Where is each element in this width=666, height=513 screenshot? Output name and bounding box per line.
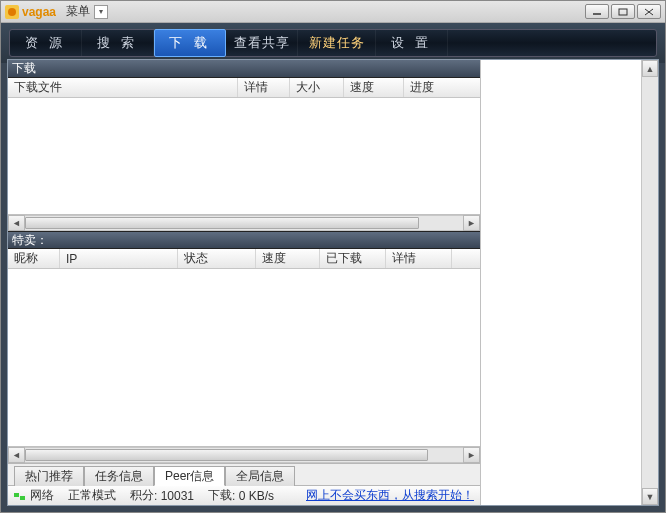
restore-button[interactable] [611,4,635,19]
scroll-right-icon[interactable]: ► [463,447,480,463]
tab-global-info[interactable]: 全局信息 [225,466,295,486]
scroll-up-icon[interactable]: ▲ [642,60,658,77]
tab-peer-info[interactable]: Peer信息 [154,466,225,486]
nav-download[interactable]: 下 载 [154,29,226,57]
menu-label[interactable]: 菜单 [66,3,90,20]
svg-rect-2 [619,9,627,15]
app-icon [5,5,19,19]
right-pane: ▲ ▼ [481,60,658,505]
scroll-left-icon[interactable]: ◄ [8,215,25,231]
upper-table-body [8,98,480,214]
col-detail[interactable]: 详情 [238,78,290,97]
lower-table-body [8,269,480,446]
nav-view-share[interactable]: 查看共享 [226,30,298,56]
lower-table-header: 昵称 IP 状态 速度 已下载 详情 [8,249,480,269]
col-ip[interactable]: IP [60,249,178,268]
special-section-title: 特卖： [8,231,480,249]
network-icon [14,491,26,501]
left-pane: 下载 下载文件 详情 大小 速度 进度 ◄ ► 特卖： [8,60,481,505]
promo-link[interactable]: 网上不会买东西，从搜索开始！ [306,487,474,504]
titlebar: vagaa 菜单 ▾ [1,1,665,23]
status-mode: 正常模式 [68,487,116,504]
lower-hscroll[interactable]: ◄ ► [8,446,480,463]
status-network-label: 网络 [30,487,54,504]
minimize-button[interactable] [585,4,609,19]
svg-rect-6 [20,496,25,500]
tab-hot[interactable]: 热门推荐 [14,466,84,486]
app-window: vagaa 菜单 ▾ 资 源 搜 索 下 载 查看共享 新建任务 设 置 下载 [0,0,666,513]
col-status[interactable]: 状态 [178,249,256,268]
content: 下载 下载文件 详情 大小 速度 进度 ◄ ► 特卖： [7,59,659,506]
scroll-thumb[interactable] [25,449,428,461]
nav-new-task[interactable]: 新建任务 [298,30,376,56]
navbar-wrap: 资 源 搜 索 下 载 查看共享 新建任务 设 置 [1,23,665,63]
nav-search[interactable]: 搜 索 [82,30,154,56]
nav-resources[interactable]: 资 源 [10,30,82,56]
navbar: 资 源 搜 索 下 载 查看共享 新建任务 设 置 [9,29,657,57]
menu-dropdown-icon[interactable]: ▾ [94,5,108,19]
vscroll-track[interactable] [642,77,658,488]
col-speed2[interactable]: 速度 [256,249,320,268]
col-filename[interactable]: 下载文件 [8,78,238,97]
scroll-left-icon[interactable]: ◄ [8,447,25,463]
bottom-tabs: 热门推荐 任务信息 Peer信息 全局信息 [8,463,480,485]
status-points: 积分: 10031 [130,487,194,504]
statusbar: 网络 正常模式 积分: 10031 下载: 0 KB/s 网上不会买东西，从搜索… [8,485,480,505]
col-extra[interactable] [452,249,480,268]
download-section-title: 下载 [8,60,480,78]
svg-point-0 [8,8,16,16]
scroll-right-icon[interactable]: ► [463,215,480,231]
col-progress[interactable]: 进度 [404,78,464,97]
right-vscroll[interactable]: ▲ ▼ [641,60,658,505]
scroll-track[interactable] [25,447,463,463]
col-nick[interactable]: 昵称 [8,249,60,268]
scroll-down-icon[interactable]: ▼ [642,488,658,505]
status-network: 网络 [14,487,54,504]
tab-task-info[interactable]: 任务信息 [84,466,154,486]
scroll-track[interactable] [25,215,463,231]
col-size[interactable]: 大小 [290,78,344,97]
col-detail2[interactable]: 详情 [386,249,452,268]
upper-table-header: 下载文件 详情 大小 速度 进度 [8,78,480,98]
close-button[interactable] [637,4,661,19]
col-downloaded[interactable]: 已下载 [320,249,386,268]
col-speed[interactable]: 速度 [344,78,404,97]
scroll-thumb[interactable] [25,217,419,229]
svg-rect-5 [14,493,19,497]
status-download: 下载: 0 KB/s [208,487,274,504]
app-name: vagaa [22,5,56,19]
nav-settings[interactable]: 设 置 [376,30,448,56]
upper-hscroll[interactable]: ◄ ► [8,214,480,231]
